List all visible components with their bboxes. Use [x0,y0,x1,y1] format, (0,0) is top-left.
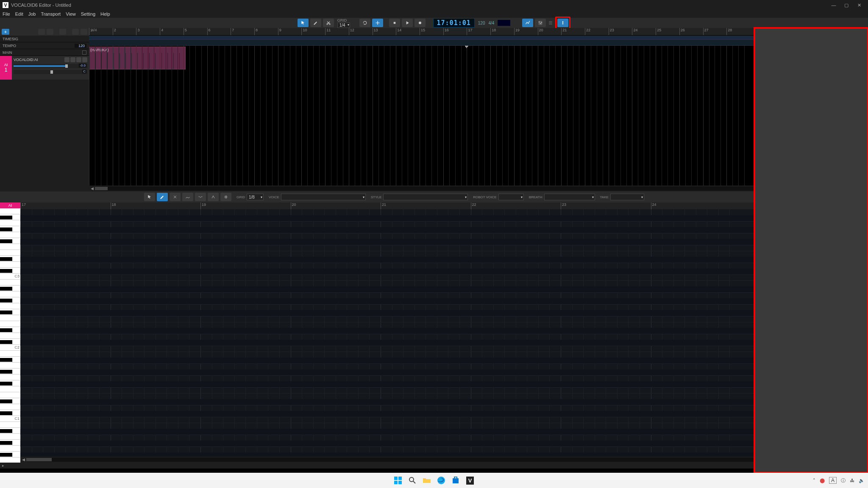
stop-button[interactable] [389,19,400,27]
edge-icon[interactable] [435,474,447,486]
loop-button[interactable] [359,19,370,27]
minimize-button[interactable]: — [827,3,840,8]
tray-chevron-icon[interactable]: ˄ [813,478,815,483]
close-button[interactable]: ✕ [853,3,865,8]
pr-scroll-thumb[interactable] [26,458,52,461]
tray-network-icon[interactable]: 🖧 [850,478,854,483]
mixer-button[interactable] [535,19,546,27]
snap-button[interactable] [372,19,383,27]
breath-label: BREATH [529,195,542,199]
take-select[interactable] [610,194,644,200]
inspector-toggle[interactable] [557,19,568,27]
maximize-button[interactable]: ▢ [840,3,853,8]
pr-scissors-tool[interactable] [170,193,181,201]
pr-vibrato-tool[interactable] [195,193,206,201]
track-more[interactable] [82,57,87,62]
arrange-body[interactable]: (HARUKA) [89,46,868,186]
pr-scroll-left-icon[interactable]: ◀ [20,458,26,462]
track-tool-4[interactable] [72,29,79,35]
menu-edit[interactable]: Edit [15,11,23,17]
menu-setting[interactable]: Setting [81,11,95,17]
arrange-timeline[interactable]: 4/4 123456789101112131415161718192021222… [89,28,868,191]
ime-indicator[interactable]: A [829,477,837,484]
expand-icon[interactable]: ▸ [0,463,6,468]
inspector-panel[interactable] [754,28,868,473]
pr-body[interactable] [20,209,868,457]
pencil-tool[interactable] [310,19,321,27]
track-header[interactable]: AI 1 VOCALOID:AI -0.0 [0,56,89,80]
highlighted-inspector-button [555,17,570,29]
automation-toggle[interactable] [522,19,533,27]
piano-roll: AI C3C2C1 1718192021222324 ◀ ▶ − + [0,202,868,463]
voice-select[interactable] [281,194,366,200]
track-panel-toolbar: + [0,28,89,36]
track-tool-5[interactable] [81,29,87,35]
pr-pitch-tool[interactable] [208,193,219,201]
menu-view[interactable]: View [66,11,76,17]
pr-pencil-tool[interactable] [157,193,168,201]
pr-timing-tool[interactable] [220,193,231,201]
scroll-thumb[interactable] [95,187,108,190]
play-button[interactable] [402,19,413,27]
arrange-ruler[interactable]: 4/4 123456789101112131415161718192021222… [89,28,868,36]
tempo-value[interactable]: 120 [75,44,86,48]
pr-grid[interactable]: 1718192021222324 ◀ ▶ − + [20,202,868,463]
track-rec[interactable] [76,57,81,62]
track-name[interactable]: VOCALOID:AI [14,58,38,62]
tempo-row[interactable]: TEMPO 120 [0,42,89,49]
robot-voice-select[interactable] [498,194,524,200]
pr-h-scroll[interactable]: ◀ ▶ − + [20,457,868,463]
store-icon[interactable] [450,474,462,486]
track-tool-1[interactable] [38,29,45,35]
title-bar: V VOCALOID6 Editor - Untitled — ▢ ✕ [0,0,868,10]
track-solo[interactable] [70,57,75,62]
main-toggle[interactable] [82,50,86,55]
piano-keyboard[interactable]: C3C2C1 [0,208,20,463]
scroll-left-icon[interactable]: ◀ [89,186,95,191]
audio-clip[interactable]: (HARUKA) [89,47,186,69]
explorer-icon[interactable] [421,474,433,486]
pr-grid-label: GRID [236,195,245,199]
timesig-row[interactable]: TIMESIG [0,36,89,42]
arrange-h-scroll[interactable]: ◀ ▶ − + [89,186,868,191]
pr-track-badge: AI [0,202,20,208]
main-row[interactable]: MAIN [0,49,89,56]
add-track-button[interactable]: + [2,29,9,35]
menu-help[interactable]: Help [100,11,110,17]
menu-more-icon[interactable] [548,19,554,27]
pr-line-tool[interactable] [182,193,193,201]
svg-rect-12 [398,481,402,484]
tray-onedrive-icon[interactable]: ⬤ [820,478,825,483]
track-mute[interactable] [64,57,70,62]
track-tool-3[interactable] [59,29,66,35]
arrange-grid-selector[interactable]: GRID 1/4 [337,18,350,28]
tempo-lane[interactable] [89,40,868,46]
menu-file[interactable]: File [3,11,10,17]
style-select[interactable] [383,194,468,200]
marker-lane[interactable] [89,36,868,40]
piano-column: AI C3C2C1 [0,202,20,463]
pointer-tool[interactable] [298,19,309,27]
record-button[interactable] [415,19,426,27]
menu-job[interactable]: Job [28,11,36,17]
tray-info-icon[interactable]: ⓘ [841,477,846,484]
pan-slider[interactable]: C [14,70,87,74]
start-icon[interactable] [392,474,404,486]
pr-grid-select[interactable]: 1/8 [247,194,264,200]
grid-value[interactable]: 1/4 [337,22,350,28]
search-icon[interactable] [406,474,418,486]
pr-ruler[interactable]: 1718192021222324 [20,202,868,209]
timesig-label: TIMESIG [3,37,18,41]
timecode-display[interactable]: 17:01:01 [433,18,475,28]
tempo-display[interactable]: 120 [478,21,485,25]
pr-pointer-tool[interactable] [144,193,155,201]
track-tool-2[interactable] [47,29,53,35]
breath-select[interactable] [544,194,595,200]
robot-voice-label: ROBOT VOICE [473,195,496,199]
vocaloid-taskbar-icon[interactable]: V [464,474,476,486]
menu-transport[interactable]: Transport [41,11,61,17]
volume-slider[interactable]: -0.0 [14,64,87,68]
tray-volume-icon[interactable]: 🔈 [859,478,865,483]
scissors-tool[interactable] [323,19,334,27]
timesig-display[interactable]: 4/4 [488,21,494,25]
